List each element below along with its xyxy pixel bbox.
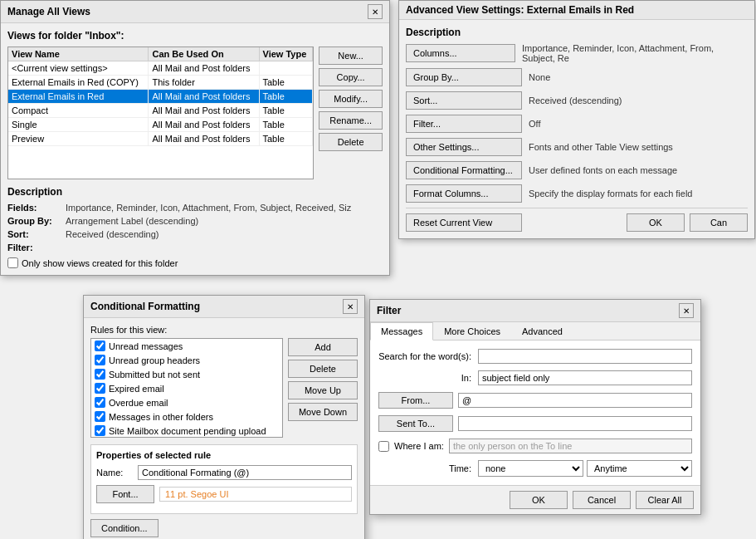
- adv-description-label: Description: [406, 27, 748, 38]
- description-section: Description Fields: Importance, Reminder…: [7, 186, 383, 252]
- adv-button-row: Group By...None: [406, 68, 748, 86]
- table-row[interactable]: <Current view settings>All Mail and Post…: [8, 61, 313, 76]
- delete-button[interactable]: Delete: [319, 133, 383, 151]
- adv-btn-group-by---[interactable]: Group By...: [406, 68, 522, 86]
- rule-checkbox[interactable]: [95, 425, 105, 436]
- tab-messages[interactable]: Messages: [370, 322, 433, 341]
- adv-btn-desc: Off: [529, 119, 540, 129]
- adv-ok-button[interactable]: OK: [627, 213, 685, 232]
- rules-list: Unread messagesUnread group headersSubmi…: [90, 338, 283, 438]
- cond-fmt-titlebar: Conditional Formatting ✕: [84, 296, 364, 318]
- rule-checkbox[interactable]: [95, 369, 105, 380]
- rule-label: Overdue email: [109, 398, 168, 408]
- rule-label: Messages in other folders: [109, 412, 213, 422]
- reset-current-view-button[interactable]: Reset Current View: [406, 213, 522, 232]
- rule-checkbox[interactable]: [95, 355, 105, 365]
- delete-rule-button[interactable]: Delete: [288, 360, 358, 378]
- rule-item[interactable]: Expired email: [91, 381, 282, 395]
- table-row[interactable]: SingleAll Mail and Post foldersTable: [8, 118, 313, 132]
- filter-cancel-button[interactable]: Cancel: [573, 491, 631, 509]
- sort-value: Received (descending): [66, 229, 159, 239]
- adv-btn-desc: Specify the display formats for each fie…: [529, 189, 692, 198]
- from-input[interactable]: [458, 393, 692, 408]
- table-row[interactable]: External Emails in RedAll Mail and Post …: [8, 90, 313, 104]
- rule-label: Unread messages: [109, 341, 183, 351]
- only-show-checkbox[interactable]: [7, 257, 18, 268]
- adv-btn-other-settings---[interactable]: Other Settings...: [406, 138, 522, 156]
- table-row[interactable]: External Emails in Red (COPY)This folder…: [8, 76, 313, 90]
- where-select[interactable]: the only person on the To line: [449, 439, 692, 453]
- rules-action-buttons: Add Delete Move Up Move Down: [288, 338, 358, 438]
- sort-label: Sort:: [7, 229, 66, 239]
- adv-btn-format-columns---[interactable]: Format Columns...: [406, 184, 522, 203]
- rule-item[interactable]: Site Mailbox document pending upload: [91, 424, 282, 438]
- rule-checkbox[interactable]: [95, 341, 105, 351]
- font-button[interactable]: Font...: [96, 485, 154, 503]
- move-down-button[interactable]: Move Down: [288, 403, 358, 421]
- filter-ok-button[interactable]: OK: [510, 491, 568, 509]
- adv-btn-desc: Received (descending): [529, 96, 622, 105]
- tab-more-choices[interactable]: More Choices: [433, 322, 511, 340]
- conditional-formatting-window: Conditional Formatting ✕ Rules for this …: [83, 295, 365, 539]
- add-rule-button[interactable]: Add: [288, 338, 358, 356]
- where-select-wrapper: the only person on the To line: [449, 439, 692, 453]
- folder-label: Views for folder "Inbox":: [7, 30, 383, 42]
- adv-button-row: Columns...Importance, Reminder, Icon, At…: [406, 43, 748, 63]
- rule-name-input[interactable]: [138, 465, 352, 480]
- props-title: Properties of selected rule: [96, 450, 352, 460]
- adv-button-row: Conditional Formatting...User defined fo…: [406, 161, 748, 179]
- manage-views-title: Manage All Views: [7, 6, 90, 17]
- manage-views-close-button[interactable]: ✕: [368, 4, 383, 19]
- description-label: Description: [7, 186, 383, 198]
- rule-checkbox[interactable]: [95, 411, 105, 422]
- adv-btn-filter---[interactable]: Filter...: [406, 115, 522, 133]
- rule-label: Submitted but not sent: [109, 370, 200, 380]
- in-select-wrapper: subject field only: [478, 370, 692, 385]
- condition-button[interactable]: Condition...: [90, 519, 159, 537]
- rule-item[interactable]: Messages in other folders: [91, 409, 282, 424]
- table-row[interactable]: CompactAll Mail and Post foldersTable: [8, 104, 313, 118]
- move-up-button[interactable]: Move Up: [288, 381, 358, 399]
- rule-item[interactable]: Unread messages: [91, 339, 282, 353]
- rule-item[interactable]: Overdue email: [91, 395, 282, 409]
- adv-btn-sort---[interactable]: Sort...: [406, 91, 522, 110]
- rule-checkbox[interactable]: [95, 397, 105, 408]
- adv-btn-conditional-formatting---[interactable]: Conditional Formatting...: [406, 161, 522, 179]
- adv-button-row: Other Settings...Fonts and other Table V…: [406, 138, 748, 156]
- adv-cancel-button[interactable]: Can: [690, 213, 748, 232]
- rule-item[interactable]: Unread group headers: [91, 353, 282, 367]
- new-button[interactable]: New...: [319, 47, 383, 65]
- rule-item[interactable]: Submitted but not sent: [91, 367, 282, 381]
- col-view-name: View Name: [8, 47, 149, 61]
- tab-advanced[interactable]: Advanced: [511, 322, 573, 340]
- name-label: Name:: [96, 468, 138, 478]
- filter-clear-all-button[interactable]: Clear All: [636, 491, 694, 509]
- adv-button-row: Format Columns...Specify the display for…: [406, 184, 748, 203]
- adv-btn-desc: Importance, Reminder, Icon, Attachment, …: [522, 43, 748, 63]
- table-row[interactable]: PreviewAll Mail and Post foldersTable: [8, 132, 313, 146]
- in-select[interactable]: subject field only: [478, 370, 692, 385]
- fields-value: Importance, Reminder, Icon, Attachment, …: [66, 203, 351, 213]
- rename-button[interactable]: Rename...: [319, 111, 383, 130]
- where-iam-checkbox[interactable]: [378, 441, 389, 452]
- views-action-buttons: New... Copy... Modify... Rename... Delet…: [319, 47, 383, 179]
- rule-checkbox[interactable]: [95, 383, 105, 394]
- adv-btn-columns---[interactable]: Columns...: [406, 44, 515, 62]
- cond-fmt-close-button[interactable]: ✕: [343, 299, 358, 314]
- search-input[interactable]: [478, 349, 692, 364]
- sent-to-input[interactable]: [458, 416, 692, 431]
- filter-titlebar: Filter ✕: [370, 300, 700, 322]
- time-selects: none Anytime: [478, 460, 692, 477]
- only-show-label: Only show views created for this folder: [22, 258, 178, 268]
- from-button[interactable]: From...: [378, 392, 453, 409]
- groupby-value: Arrangement Label (descending): [66, 216, 198, 226]
- modify-button[interactable]: Modify...: [319, 90, 383, 108]
- copy-button[interactable]: Copy...: [319, 68, 383, 86]
- adv-btn-desc: None: [529, 72, 550, 82]
- time-select-2[interactable]: Anytime: [587, 460, 692, 477]
- sent-to-button[interactable]: Sent To...: [378, 415, 453, 432]
- rule-label: Expired email: [109, 384, 164, 394]
- filter-close-button[interactable]: ✕: [679, 303, 694, 318]
- cond-fmt-title: Conditional Formatting: [90, 301, 200, 312]
- time-select-1[interactable]: none: [478, 460, 583, 477]
